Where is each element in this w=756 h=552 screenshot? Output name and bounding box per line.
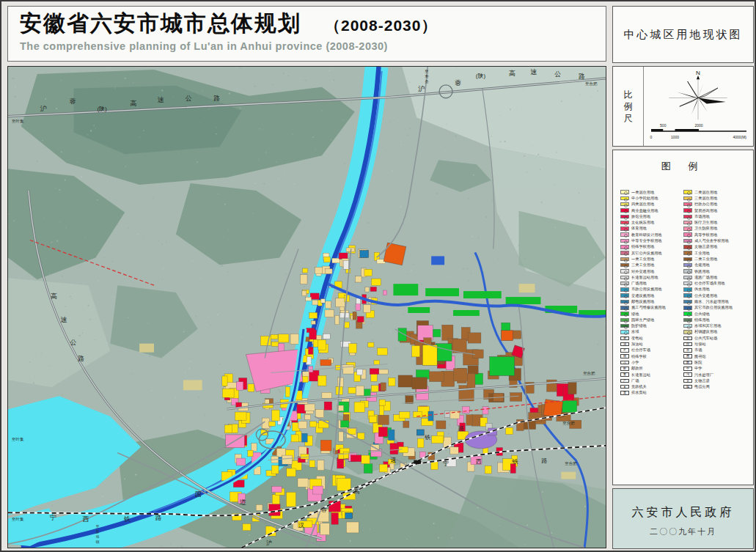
north-label: N [696,70,700,76]
map-label: 速 [158,96,164,103]
land-parcel [398,375,413,387]
map-label: 公 [186,95,192,102]
main-title-text: 安徽省六安市城市总体规划 [20,11,301,35]
land-parcel [235,412,246,420]
legend-item: 工业用地 [683,250,746,256]
legend-swatch [683,269,692,273]
land-parcel [378,427,387,437]
land-parcel [340,421,348,427]
land-parcel [371,279,381,285]
land-parcel [297,404,306,413]
legend-label: 市场 [694,347,702,353]
legend-label: 旅馆业用地 [631,214,650,219]
legend-item: 贸易咨询用地 [683,207,746,213]
legend-label: 对外交通用地 [631,269,654,274]
legend-item: 其它市政公用设施用地 [683,305,746,311]
legend-label: 市政公用设施用地 [631,287,662,292]
land-parcel [412,345,420,356]
legend-label: 特殊用地 [694,317,710,323]
legend-point-icon: 市 [683,348,692,353]
map-label: 寿 [425,74,429,79]
legend-item: 图图书馆 [683,353,746,359]
legend-item: 四类居住用地 [620,202,683,207]
land-parcel [310,293,319,300]
legend-column-2: 二类居住用地三类居住用地行政办公用地贸易咨询用地市场用地医疗卫生用地卫生防疫用地… [683,189,746,396]
land-parcel [510,464,515,474]
land-parcel [357,317,364,323]
land-parcel [315,409,324,417]
legend-item: 公共交通用地 [683,292,746,298]
legend-swatch [683,215,692,219]
legend-point-icon: 小 [620,361,629,365]
map-label: 西 [83,515,89,523]
land-parcel [510,393,521,402]
legend-swatch [683,257,692,262]
legend-item: 其它公共设施用地 [620,250,683,256]
map-label: 铁 [123,515,131,523]
legend-item: 铁路用地 [683,268,746,274]
map-label: 至 [95,525,99,529]
land-parcel [379,400,385,405]
legend-swatch [620,202,629,207]
legend-swatch [620,232,629,237]
land-parcel [326,301,331,309]
legend-label: 变电站 [631,336,643,341]
land-parcel [269,504,280,516]
legend-item: 泵排水泵站 [620,390,683,396]
legend-label: 防护绿地 [631,323,647,328]
legend-swatch [620,306,629,310]
legend-item: 变变电站 [620,335,683,341]
legend-point-icon: 车 [683,336,692,341]
land-parcel [278,344,285,352]
legend-label: 铁路用地 [694,269,710,274]
land-parcel [468,366,478,375]
legend-label: 仓储用地 [694,262,710,268]
land-parcel [398,328,406,342]
land-parcel [337,457,344,468]
legend-swatch [620,330,629,334]
legend-swatch [620,293,629,298]
land-parcel [370,287,376,291]
planning-poster: 安徽省六安市城市总体规划 （2008-2030） The comprehensi… [0,0,756,552]
legend-item: 水域 [620,329,683,335]
map-label: 宁 [50,514,56,521]
land-parcel [248,384,254,392]
land-parcel [272,465,279,474]
land-parcel [236,458,245,465]
map-label: 至合肥 [562,421,575,426]
legend-point-icon: 泵 [620,391,629,395]
legend-swatch [683,263,692,268]
legend-item: 市市场 [683,347,746,353]
legend-label: 邮电设施用地 [631,299,654,304]
legend-item: 体育用地 [620,226,683,232]
land-parcel [369,416,376,422]
land-parcel [389,430,394,441]
land-parcel [285,387,290,397]
map-label: 公 [70,339,77,346]
land-parcel [371,386,378,392]
legend-item: 电电信分局 [683,384,746,390]
legend-label: 小学 [631,360,639,365]
land-parcel [287,468,296,476]
map-label: 路 [155,514,162,521]
land-parcel [356,304,360,311]
land-parcel [436,421,446,429]
scale-section: 比 例 尺 N 05001 [612,66,754,147]
legend-label: 医疗卫生用地 [694,220,717,225]
land-parcel [356,276,362,282]
legend-swatch [683,318,692,323]
map-label: 路 [458,425,464,432]
land-parcel [370,369,379,375]
land-parcel [356,386,364,396]
legend-swatch [683,293,692,298]
map-label: 埠 [95,534,99,539]
map-label: 至叶集 [12,119,24,123]
legend-point-icon: 中 [683,367,692,371]
land-parcel [364,269,372,276]
legend-label: 特殊学校 [631,354,647,359]
land-parcel [562,401,577,413]
legend-swatch [683,196,692,201]
land-parcel [306,297,312,301]
land-parcel [339,432,343,441]
land-parcel [298,478,308,487]
